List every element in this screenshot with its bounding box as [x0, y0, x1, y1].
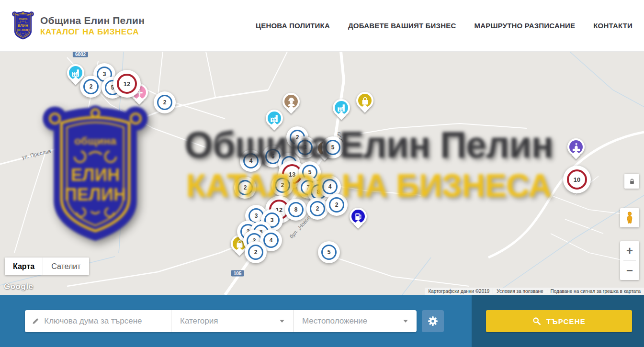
cluster-marker[interactable]: 2	[306, 198, 328, 220]
cluster-count: 2	[237, 180, 253, 195]
keyword-search-input[interactable]	[44, 316, 165, 326]
crest-text-line1: ЕЛИН	[18, 23, 28, 28]
pegman-button[interactable]	[620, 208, 639, 227]
nav-item-pricing[interactable]: ЦЕНОВА ПОЛИТИКА	[256, 22, 330, 30]
cluster-count: 5	[325, 140, 340, 155]
map-attribution: Картографски данни ©2019 Условия за полз…	[425, 288, 644, 295]
road-shield-label: 105	[231, 270, 244, 277]
street-name-label: ул. Преслав	[21, 148, 51, 160]
search-button-label: ТЪРСЕНЕ	[546, 317, 586, 325]
category-select-value: Категория	[180, 316, 218, 326]
cluster-marker[interactable]: 10	[563, 166, 591, 193]
crest-text-small: община	[19, 17, 28, 20]
cluster-marker[interactable]: 4	[240, 150, 262, 172]
attribution-terms-link[interactable]: Условия за ползване	[493, 289, 546, 294]
map-markers: 3251222356471352278412822333834251060021…	[0, 52, 644, 295]
location-select-value: Местоположение	[302, 316, 367, 326]
map-type-satellite-button[interactable]: Сателит	[43, 257, 89, 275]
search-button[interactable]: ТЪРСЕНЕ	[486, 310, 632, 332]
map-type-map-button[interactable]: Карта	[5, 257, 43, 275]
cluster-marker[interactable]: 5	[318, 241, 340, 263]
worker-pin[interactable]	[282, 93, 300, 110]
zoom-out-button[interactable]: −	[620, 261, 639, 280]
cluster-count: 4	[243, 153, 259, 168]
location-select[interactable]: Местоположение	[293, 310, 417, 332]
site-logo[interactable]: община ЕЛИН ПЕЛИН Община Елин Пелин КАТА…	[11, 11, 145, 40]
site-subtitle: КАТАЛОГ НА БИЗНЕСА	[40, 27, 145, 37]
bag-pin[interactable]	[356, 92, 373, 109]
attribution-report-link[interactable]: Подаване на сигнал за грешка в картата	[547, 289, 644, 294]
cluster-count: 5	[321, 245, 337, 260]
factory-pin[interactable]	[67, 64, 84, 81]
cluster-count: 10	[567, 169, 587, 190]
site-title: Община Елин Пелин	[40, 15, 145, 26]
nav-item-transport-schedule[interactable]: МАРШРУТНО РАЗПИСАНИЕ	[474, 22, 575, 30]
fuel-pin[interactable]	[350, 208, 367, 225]
cluster-marker[interactable]: 2	[80, 76, 102, 98]
church-pin[interactable]	[567, 138, 585, 156]
lock-icon	[629, 178, 635, 185]
pegman-icon	[624, 212, 635, 224]
zoom-in-button[interactable]: +	[620, 241, 639, 260]
cluster-marker[interactable]: 2	[271, 174, 294, 196]
cluster-count: 2	[310, 201, 325, 216]
logo-text: Община Елин Пелин КАТАЛОГ НА БИЗНЕСА	[40, 15, 145, 37]
search-icon	[532, 317, 541, 325]
header: община ЕЛИН ПЕЛИН Община Елин Пелин КАТА…	[0, 0, 644, 52]
cluster-count: 2	[275, 178, 290, 193]
lock-button[interactable]	[624, 174, 639, 189]
municipality-crest-icon: община ЕЛИН ПЕЛИН	[11, 11, 34, 40]
cluster-count: 3	[297, 140, 313, 155]
search-bar: Категория Местоположение	[0, 295, 644, 347]
cluster-count: 8	[288, 202, 304, 217]
advanced-settings-button[interactable]	[422, 310, 444, 332]
cluster-count: 2	[157, 95, 172, 110]
cluster-count: 12	[117, 74, 137, 94]
pencil-icon	[32, 317, 39, 325]
nav-item-contacts[interactable]: КОНТАКТИ	[593, 22, 633, 30]
cluster-count: 2	[248, 245, 263, 260]
factory-pin[interactable]	[266, 110, 283, 127]
cluster-count: 2	[329, 197, 344, 213]
search-fields: Категория Местоположение	[25, 310, 417, 332]
page: община ЕЛИН ПЕЛИН Община Елин Пелин КАТА…	[0, 0, 644, 347]
map-type-control: Карта Сателит	[5, 257, 89, 275]
cluster-marker[interactable]: 2	[326, 194, 348, 216]
attribution-copyright: Картографски данни ©2019	[425, 289, 493, 294]
cluster-marker[interactable]: 2	[154, 91, 176, 113]
google-logo[interactable]: Google	[4, 282, 34, 291]
cluster-marker[interactable]: 5	[322, 136, 344, 158]
nav-item-add-business[interactable]: ДОБАВЕТЕ ВАШИЯТ БИЗНЕС	[348, 22, 456, 30]
cluster-marker[interactable]: 2	[245, 241, 267, 263]
cluster-marker[interactable]: 12	[113, 70, 141, 98]
road-shield-label: 6002	[73, 52, 88, 57]
factory-pin[interactable]	[333, 99, 350, 116]
cluster-count: 2	[83, 79, 99, 94]
chevron-down-icon	[403, 320, 408, 323]
gear-icon	[428, 316, 438, 326]
cluster-count: 4	[263, 233, 279, 248]
cluster-marker[interactable]: 3	[294, 136, 316, 158]
cluster-count: 4	[322, 179, 338, 194]
map-canvas[interactable]: 3251222356471352278412822333834251060021…	[0, 52, 644, 295]
cluster-marker[interactable]: 2	[234, 177, 256, 199]
crest-text-line2: ПЕЛИН	[17, 28, 30, 32]
category-select[interactable]: Категория	[171, 310, 293, 332]
cluster-marker[interactable]: 8	[285, 199, 307, 221]
keyword-section	[25, 310, 171, 332]
main-nav: ЦЕНОВА ПОЛИТИКА ДОБАВЕТЕ ВАШИЯТ БИЗНЕС М…	[256, 22, 633, 30]
chevron-down-icon	[280, 320, 284, 323]
zoom-control: + −	[620, 241, 639, 280]
